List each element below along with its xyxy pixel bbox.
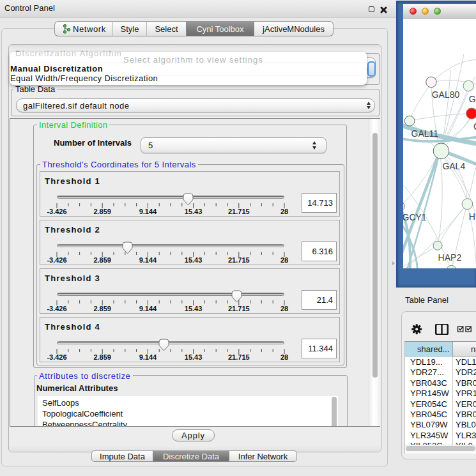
svg-text:GCY1: GCY1	[403, 212, 427, 222]
svg-text:GAL4: GAL4	[442, 161, 465, 171]
svg-text:GA: GA	[469, 94, 476, 104]
svg-text:GAL80: GAL80	[432, 89, 460, 100]
svg-text:CD: CD	[473, 121, 476, 132]
svg-text:GAL11: GAL11	[411, 128, 439, 139]
svg-text:HI: HI	[469, 211, 476, 222]
svg-text:HAP2: HAP2	[438, 252, 462, 263]
